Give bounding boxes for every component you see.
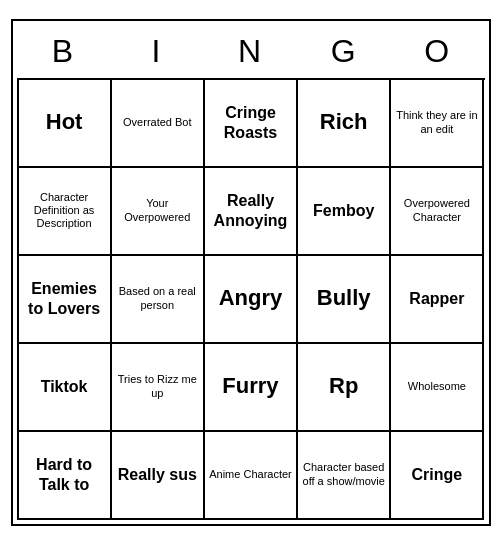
bingo-cell-10[interactable]: Enemies to Lovers — [19, 256, 112, 344]
bingo-header: B I N G O — [17, 25, 485, 78]
bingo-cell-13[interactable]: Bully — [298, 256, 391, 344]
bingo-cell-6[interactable]: Your Overpowered — [112, 168, 205, 256]
bingo-cell-11[interactable]: Based on a real person — [112, 256, 205, 344]
bingo-cell-17[interactable]: Furry — [205, 344, 298, 432]
bingo-cell-20[interactable]: Hard to Talk to — [19, 432, 112, 520]
bingo-cell-4[interactable]: Think they are in an edit — [391, 80, 484, 168]
header-o: O — [394, 33, 482, 70]
bingo-cell-14[interactable]: Rapper — [391, 256, 484, 344]
bingo-cell-0[interactable]: Hot — [19, 80, 112, 168]
bingo-cell-16[interactable]: Tries to Rizz me up — [112, 344, 205, 432]
bingo-cell-1[interactable]: Overrated Bot — [112, 80, 205, 168]
bingo-cell-18[interactable]: Rp — [298, 344, 391, 432]
bingo-cell-23[interactable]: Character based off a show/movie — [298, 432, 391, 520]
header-b: B — [19, 33, 107, 70]
bingo-cell-21[interactable]: Really sus — [112, 432, 205, 520]
bingo-cell-19[interactable]: Wholesome — [391, 344, 484, 432]
bingo-cell-3[interactable]: Rich — [298, 80, 391, 168]
bingo-cell-15[interactable]: Tiktok — [19, 344, 112, 432]
bingo-cell-5[interactable]: Character Definition as Description — [19, 168, 112, 256]
bingo-cell-7[interactable]: Really Annoying — [205, 168, 298, 256]
bingo-cell-22[interactable]: Anime Character — [205, 432, 298, 520]
bingo-cell-12[interactable]: Angry — [205, 256, 298, 344]
header-g: G — [300, 33, 388, 70]
bingo-cell-9[interactable]: Overpowered Character — [391, 168, 484, 256]
bingo-grid: HotOverrated BotCringe RoastsRichThink t… — [17, 78, 485, 520]
bingo-card: B I N G O HotOverrated BotCringe RoastsR… — [11, 19, 491, 526]
bingo-cell-24[interactable]: Cringe — [391, 432, 484, 520]
header-n: N — [206, 33, 294, 70]
bingo-cell-2[interactable]: Cringe Roasts — [205, 80, 298, 168]
bingo-cell-8[interactable]: Femboy — [298, 168, 391, 256]
header-i: I — [113, 33, 201, 70]
